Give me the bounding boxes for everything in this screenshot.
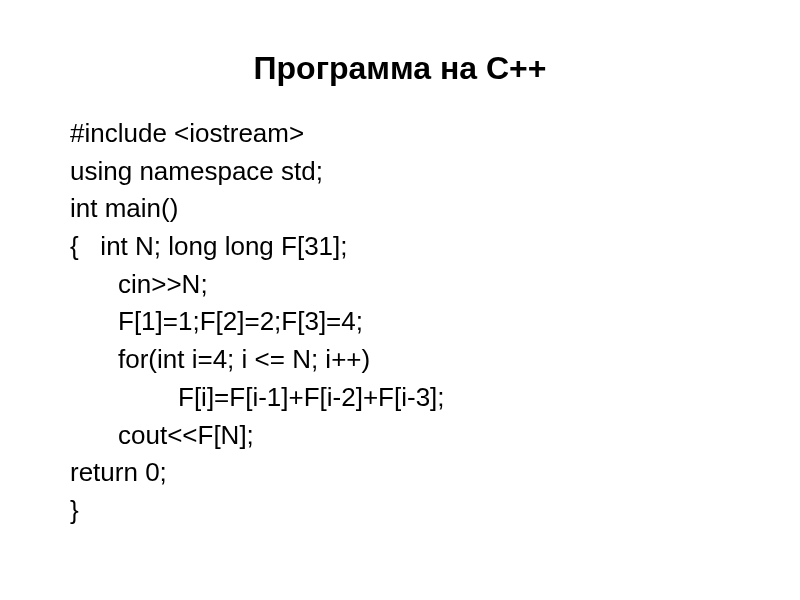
- code-line: cin>>N;: [70, 266, 730, 304]
- code-line: }: [70, 492, 730, 530]
- code-block: #include <iostream> using namespace std;…: [70, 115, 730, 530]
- slide-container: Программа на С++ #include <iostream> usi…: [0, 0, 800, 600]
- code-line: for(int i=4; i <= N; i++): [70, 341, 730, 379]
- code-line: F[i]=F[i-1]+F[i-2]+F[i-3];: [70, 379, 730, 417]
- code-line: cout<<F[N];: [70, 417, 730, 455]
- code-line: using namespace std;: [70, 153, 730, 191]
- code-line: int main(): [70, 190, 730, 228]
- code-line: #include <iostream>: [70, 115, 730, 153]
- code-line: return 0;: [70, 454, 730, 492]
- code-line: F[1]=1;F[2]=2;F[3]=4;: [70, 303, 730, 341]
- code-line: { int N; long long F[31];: [70, 228, 730, 266]
- slide-title: Программа на С++: [70, 50, 730, 87]
